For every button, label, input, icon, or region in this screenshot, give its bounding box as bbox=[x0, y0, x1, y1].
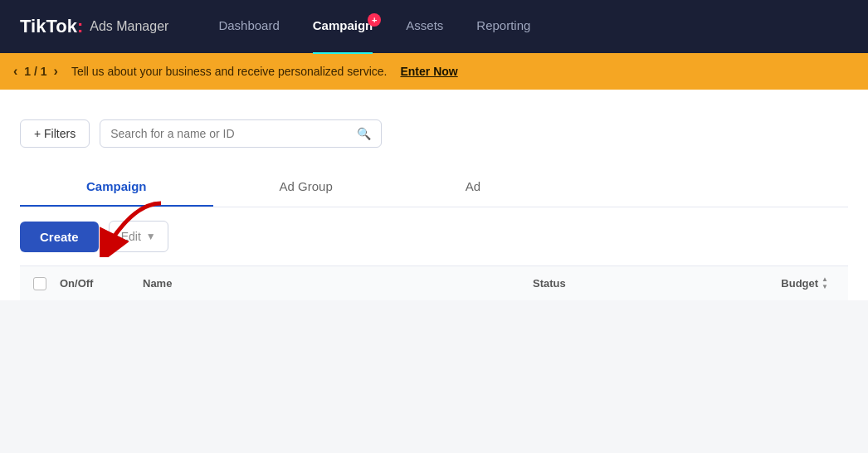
notif-message: Tell us about your business and receive … bbox=[71, 65, 388, 78]
search-icon: 🔍 bbox=[357, 127, 371, 140]
nav-dashboard[interactable]: Dashboard bbox=[218, 18, 279, 36]
brand-subtitle: Ads Manager bbox=[90, 19, 168, 34]
nav-assets[interactable]: Assets bbox=[406, 18, 443, 36]
edit-chevron-icon: ▼ bbox=[146, 231, 156, 242]
notif-cta-link[interactable]: Enter Now bbox=[400, 65, 457, 78]
edit-button[interactable]: Edit ▼ bbox=[109, 221, 168, 252]
notification-bar: ‹ 1 / 1 › Tell us about your business an… bbox=[0, 53, 868, 90]
th-checkbox[interactable] bbox=[20, 277, 60, 290]
th-status: Status bbox=[533, 277, 699, 290]
notif-next-arrow[interactable]: › bbox=[54, 64, 58, 79]
tab-ad-group[interactable]: Ad Group bbox=[213, 168, 399, 207]
toolbar: + Filters 🔍 bbox=[20, 106, 848, 161]
nav-campaign-badge: + bbox=[368, 13, 381, 27]
nav-links: Dashboard Campaign + Assets Reporting bbox=[218, 18, 848, 36]
nav-reporting[interactable]: Reporting bbox=[476, 18, 530, 36]
create-button[interactable]: Create bbox=[20, 222, 99, 252]
th-onoff: On/Off bbox=[60, 277, 143, 290]
search-input[interactable] bbox=[110, 127, 350, 140]
tab-campaign[interactable]: Campaign bbox=[20, 168, 213, 207]
th-budget[interactable]: Budget ▲ ▼ bbox=[699, 276, 848, 290]
tab-ad[interactable]: Ad bbox=[399, 168, 547, 207]
action-bar: Create Edit ▼ bbox=[20, 207, 848, 265]
th-name: Name bbox=[143, 277, 533, 290]
nav-campaign[interactable]: Campaign + bbox=[313, 18, 373, 36]
nav-campaign-badge-wrap: Campaign + bbox=[313, 18, 373, 32]
notif-current-page: 1 / 1 bbox=[24, 65, 46, 78]
tabs-row: Campaign Ad Group Ad bbox=[20, 168, 848, 207]
select-all-checkbox[interactable] bbox=[33, 277, 46, 290]
search-box: 🔍 bbox=[100, 119, 382, 148]
brand-name: TikTok: bbox=[20, 16, 83, 37]
budget-sort-icon: ▲ ▼ bbox=[822, 276, 828, 290]
main-content: + Filters 🔍 Campaign Ad Group Ad Create … bbox=[0, 90, 868, 300]
notif-prev-arrow[interactable]: ‹ bbox=[13, 64, 17, 79]
table-header: On/Off Name Status Budget ▲ ▼ bbox=[20, 265, 848, 300]
navbar: TikTok: Ads Manager Dashboard Campaign +… bbox=[0, 0, 868, 53]
notif-nav: ‹ 1 / 1 › bbox=[13, 64, 58, 79]
brand-logo: TikTok: Ads Manager bbox=[20, 16, 168, 37]
filter-button[interactable]: + Filters bbox=[20, 119, 90, 148]
